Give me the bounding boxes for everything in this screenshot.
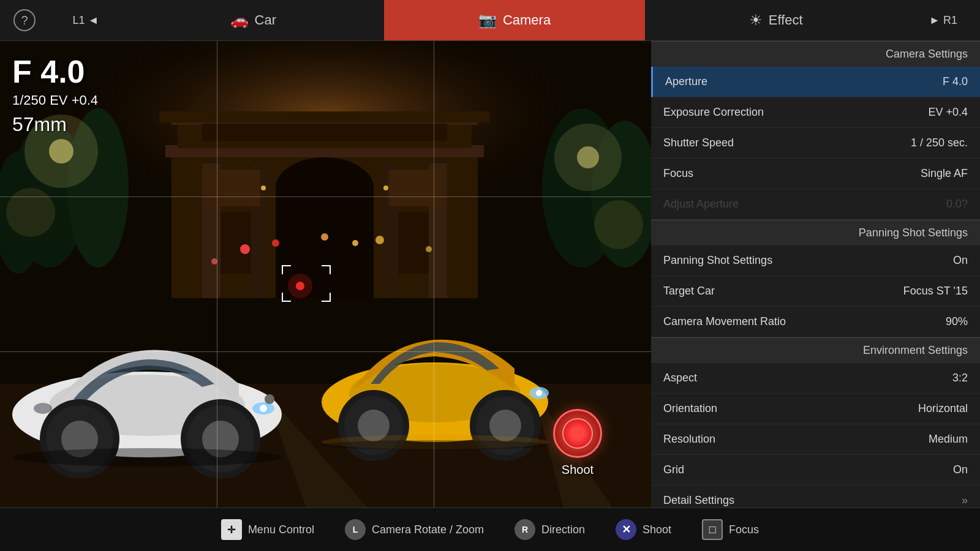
bottom-bar: ✛ Menu Control L Camera Rotate / Zoom R … xyxy=(0,508,980,551)
aspect-row[interactable]: Aspect 3:2 xyxy=(651,363,980,394)
camera-rotate-action: L Camera Rotate / Zoom xyxy=(345,519,484,540)
aspect-label: Aspect xyxy=(663,372,697,384)
orientation-value: Horizontal xyxy=(918,402,968,415)
nav-effect[interactable]: ☀ Effect xyxy=(645,0,907,40)
camera-icon: 📷 xyxy=(478,12,497,29)
aspect-value: 3:2 xyxy=(952,372,968,384)
focus-row[interactable]: Focus Single AF xyxy=(651,159,980,189)
exposure-label: Exposure Correction xyxy=(663,106,764,119)
svg-point-9 xyxy=(276,157,374,219)
svg-point-35 xyxy=(211,258,217,264)
shoot-circle-inner xyxy=(562,418,593,449)
svg-point-65 xyxy=(322,440,548,450)
svg-point-53 xyxy=(12,448,282,467)
focus-action: □ Focus xyxy=(702,519,759,540)
svg-point-33 xyxy=(240,244,250,254)
exposure-display: 1/250 EV +0.4 xyxy=(12,92,98,108)
shoot-circle[interactable] xyxy=(553,409,602,458)
focus-action-label: Focus xyxy=(729,523,759,536)
menu-control-label: Menu Control xyxy=(248,523,314,536)
help-button[interactable]: ? xyxy=(0,9,49,31)
svg-point-50 xyxy=(260,405,267,412)
direction-action: R Direction xyxy=(514,519,585,540)
camera-movement-label: Camera Movement Ratio xyxy=(663,315,786,328)
detail-chevron: » xyxy=(962,494,968,507)
viewport: F 4.0 1/250 EV +0.4 57mm Shoot xyxy=(0,41,651,508)
svg-point-24 xyxy=(383,186,388,190)
l1-button[interactable]: L1 ◄ xyxy=(49,14,123,27)
panning-row[interactable]: Panning Shot Settings On xyxy=(651,246,980,276)
target-car-label: Target Car xyxy=(663,285,715,298)
viewport-bg: F 4.0 1/250 EV +0.4 57mm Shoot xyxy=(0,41,651,508)
shutter-label: Shutter Speed xyxy=(663,137,734,149)
grid-label: Grid xyxy=(663,463,684,476)
effect-label: Effect xyxy=(769,12,803,28)
focal-length: 57mm xyxy=(12,113,98,136)
resolution-value: Medium xyxy=(929,433,968,446)
camera-movement-value: 90% xyxy=(946,315,968,328)
grid-value: On xyxy=(953,463,968,476)
svg-point-28 xyxy=(49,139,74,163)
detail-settings-label: Detail Settings xyxy=(663,494,734,507)
svg-point-23 xyxy=(261,186,266,190)
svg-point-51 xyxy=(34,403,52,414)
aperture-row[interactable]: Aperture F 4.0 xyxy=(651,67,980,97)
focus-label: Focus xyxy=(663,167,693,180)
shoot-button[interactable]: Shoot xyxy=(553,409,602,477)
target-car-value: Focus ST '15 xyxy=(903,285,968,298)
orientation-row[interactable]: Orientation Horizontal xyxy=(651,394,980,424)
l1-label: L1 ◄ xyxy=(73,14,99,27)
environment-settings-header: Environment Settings xyxy=(651,337,980,363)
camera-info: F 4.0 1/250 EV +0.4 57mm xyxy=(12,53,98,136)
svg-rect-22 xyxy=(159,111,490,122)
shoot-label: Shoot xyxy=(562,463,594,477)
camera-label: Camera xyxy=(503,12,551,28)
svg-rect-18 xyxy=(389,170,444,206)
svg-rect-17 xyxy=(205,170,260,206)
car-label: Car xyxy=(255,12,276,28)
l-button-icon: L xyxy=(345,519,366,540)
car-icon: 🚗 xyxy=(230,12,249,29)
resolution-label: Resolution xyxy=(663,433,715,446)
exposure-row[interactable]: Exposure Correction EV +0.4 xyxy=(651,97,980,128)
resolution-row[interactable]: Resolution Medium xyxy=(651,424,980,455)
adjust-aperture-row: Adjust Aperture 0.0? xyxy=(651,189,980,220)
panning-value: On xyxy=(953,254,968,267)
svg-point-38 xyxy=(375,236,384,244)
svg-point-39 xyxy=(426,246,432,252)
exposure-value: EV +0.4 xyxy=(928,106,968,119)
aperture-display: F 4.0 xyxy=(12,53,98,90)
nav-car[interactable]: 🚗 Car xyxy=(123,0,384,40)
camera-settings-header: Camera Settings xyxy=(651,41,980,67)
shutter-row[interactable]: Shutter Speed 1 / 250 sec. xyxy=(651,128,980,159)
svg-point-37 xyxy=(352,240,358,246)
detail-settings-row[interactable]: Detail Settings » xyxy=(651,485,980,508)
nav-camera[interactable]: 📷 Camera xyxy=(384,0,646,40)
svg-point-32 xyxy=(594,200,643,249)
grid-row[interactable]: Grid On xyxy=(651,455,980,485)
r1-label: ► R1 xyxy=(929,14,957,27)
svg-point-34 xyxy=(272,239,279,247)
camera-movement-row[interactable]: Camera Movement Ratio 90% xyxy=(651,307,980,337)
svg-point-31 xyxy=(6,188,55,237)
svg-point-30 xyxy=(577,146,599,168)
top-nav: ? L1 ◄ 🚗 Car 📷 Camera ☀ Effect ► R1 xyxy=(0,0,980,41)
focus-value: Single AF xyxy=(921,167,968,180)
aperture-value: F 4.0 xyxy=(943,75,968,88)
panning-label: Panning Shot Settings xyxy=(663,254,772,267)
square-button-icon: □ xyxy=(702,519,723,540)
target-car-row[interactable]: Target Car Focus ST '15 xyxy=(651,276,980,307)
adjust-aperture-label: Adjust Aperture xyxy=(663,198,739,211)
menu-control-action: ✛ Menu Control xyxy=(221,519,314,540)
shutter-value: 1 / 250 sec. xyxy=(911,137,968,149)
r-button-icon: R xyxy=(514,519,535,540)
help-icon: ? xyxy=(13,9,36,31)
r1-button[interactable]: ► R1 xyxy=(907,14,980,27)
svg-rect-21 xyxy=(202,124,447,141)
camera-rotate-label: Camera Rotate / Zoom xyxy=(372,523,484,536)
shoot-action: ✕ Shoot xyxy=(616,519,671,540)
cross-button-icon: ✕ xyxy=(616,519,636,540)
svg-point-63 xyxy=(536,390,542,396)
direction-label: Direction xyxy=(541,523,585,536)
svg-point-66 xyxy=(288,274,312,298)
